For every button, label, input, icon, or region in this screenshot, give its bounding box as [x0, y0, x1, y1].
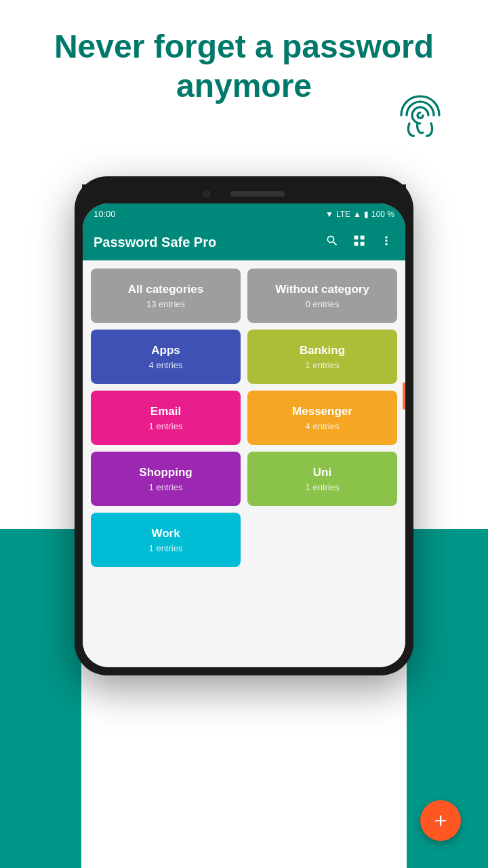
- category-apps-entries: 4 entries: [149, 360, 183, 370]
- category-email-entries: 1 entries: [149, 421, 183, 431]
- category-banking-name: Banking: [300, 344, 345, 357]
- category-work-entries: 1 entries: [149, 543, 183, 553]
- category-apps-name: Apps: [151, 344, 180, 357]
- category-shopping[interactable]: Shopping 1 entries: [91, 452, 241, 506]
- add-icon: +: [434, 808, 447, 833]
- search-button[interactable]: [324, 234, 340, 251]
- wifi-icon: ▼: [325, 210, 333, 219]
- phone-mockup: 10:00 ▼ LTE ▲ ▮ 100 % Password Safe Pro: [75, 176, 413, 675]
- category-work[interactable]: Work 1 entries: [91, 513, 241, 567]
- category-email-name: Email: [150, 405, 181, 418]
- category-email[interactable]: Email 1 entries: [91, 391, 241, 445]
- headline-line1: Never forget a password: [0, 27, 488, 66]
- grid-view-button[interactable]: [351, 234, 367, 251]
- app-bar-title: Password Safe Pro: [94, 235, 216, 250]
- category-apps[interactable]: Apps 4 entries: [91, 330, 241, 384]
- phone-outer: 10:00 ▼ LTE ▲ ▮ 100 % Password Safe Pro: [75, 176, 413, 675]
- category-uni-entries: 1 entries: [306, 482, 340, 492]
- category-shopping-name: Shopping: [139, 466, 192, 479]
- categories-grid: All categories 13 entries Without catego…: [91, 269, 397, 567]
- app-bar: Password Safe Pro: [83, 224, 405, 260]
- category-without-category[interactable]: Without category 0 entries: [247, 269, 397, 323]
- status-right: ▼ LTE ▲ ▮ 100 %: [325, 210, 394, 219]
- content-area: All categories 13 entries Without catego…: [83, 260, 405, 667]
- category-work-name: Work: [151, 527, 180, 540]
- category-messenger-entries: 4 entries: [306, 421, 340, 431]
- signal-icon: ▲: [353, 210, 361, 219]
- speaker: [230, 191, 285, 197]
- status-bar: 10:00 ▼ LTE ▲ ▮ 100 %: [83, 203, 405, 224]
- category-shopping-entries: 1 entries: [149, 482, 183, 492]
- lte-label: LTE: [336, 210, 350, 219]
- category-uni-name: Uni: [313, 466, 331, 479]
- category-banking-entries: 1 entries: [306, 360, 340, 370]
- category-all-categories-entries: 13 entries: [146, 299, 185, 309]
- category-messenger-name: Messenger: [292, 405, 352, 418]
- app-bar-icons: [324, 234, 394, 251]
- phone-screen: 10:00 ▼ LTE ▲ ▮ 100 % Password Safe Pro: [83, 203, 405, 667]
- category-messenger[interactable]: Messenger 4 entries: [247, 391, 397, 445]
- category-uni[interactable]: Uni 1 entries: [247, 452, 397, 506]
- category-banking[interactable]: Banking 1 entries: [247, 330, 397, 384]
- more-options-button[interactable]: [378, 234, 394, 251]
- category-all-categories[interactable]: All categories 13 entries: [91, 269, 241, 323]
- status-time: 10:00: [94, 209, 116, 219]
- phone-notch: [82, 184, 406, 203]
- category-all-categories-name: All categories: [128, 283, 204, 296]
- scroll-indicator[interactable]: [403, 382, 405, 410]
- battery-icon: ▮: [364, 210, 369, 219]
- camera-dot: [203, 191, 210, 197]
- category-without-category-name: Without category: [275, 283, 369, 296]
- category-without-category-entries: 0 entries: [306, 299, 340, 309]
- bg-teal-left: [0, 529, 81, 868]
- battery-level: 100 %: [371, 210, 394, 219]
- fingerprint-icon: [393, 88, 447, 142]
- add-button[interactable]: +: [420, 800, 461, 841]
